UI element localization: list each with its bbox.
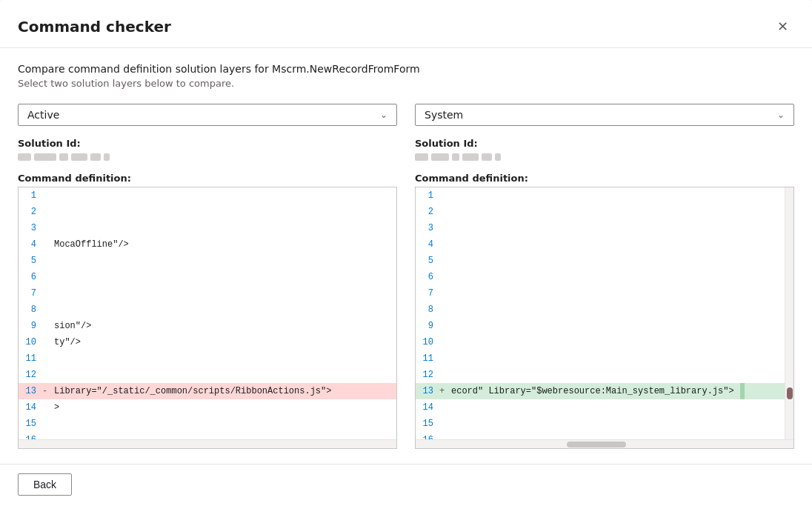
left-dropdown-chevron: ⌄ (380, 110, 387, 120)
description-sub-text: Select two solution layers below to comp… (18, 78, 794, 89)
table-row: 3 (416, 220, 785, 236)
table-row: 13- Library="/_static/_common/scripts/Ri… (19, 383, 396, 399)
table-row: 5 (19, 253, 396, 269)
left-horizontal-scrollbar[interactable] (19, 439, 396, 448)
table-row: 1 (416, 187, 785, 204)
table-row: 10 (416, 334, 785, 350)
dialog-footer: Back (0, 464, 812, 506)
right-code-area: 1 2 3 4 5 6 7 8 9 10 11 12 13+ecord" Lib… (415, 187, 794, 449)
table-row: 12 (416, 367, 785, 383)
right-scrollbar-thumb-h (567, 442, 626, 447)
table-row: 7 (19, 285, 396, 302)
right-dropdown-value: System (425, 109, 463, 121)
table-row: 15 (19, 416, 396, 432)
table-row: 13+ecord" Library="$webresource:Main_sys… (416, 383, 785, 399)
table-row: 2 (416, 204, 785, 220)
scrollbar-thumb (787, 387, 793, 399)
right-solution-id-label: Solution Id: (415, 138, 794, 149)
right-code-inner[interactable]: 1 2 3 4 5 6 7 8 9 10 11 12 13+ecord" Lib… (416, 187, 793, 439)
dialog-header: Command checker ✕ (0, 0, 812, 48)
left-dropdown-value: Active (27, 109, 59, 121)
left-column: Active ⌄ Solution Id: Command definition… (18, 104, 397, 449)
table-row: 15 (416, 416, 785, 432)
table-row: 14 (416, 399, 785, 416)
table-row: 4 (416, 236, 785, 253)
table-row: 2 (19, 204, 396, 220)
close-button[interactable]: ✕ (771, 15, 794, 39)
left-dropdown[interactable]: Active ⌄ (18, 104, 397, 126)
left-solution-id-label: Solution Id: (18, 138, 397, 149)
table-row: 10 ty"/> (19, 334, 396, 350)
dialog-body: Compare command definition solution laye… (0, 48, 812, 464)
dialog-title: Command checker (18, 18, 171, 36)
table-row: 16 (19, 432, 396, 439)
table-row: 6 (416, 269, 785, 285)
left-code-area: 1 2 3 4 MocaOffline"/> 5 6 7 8 9 sion"/>… (18, 187, 397, 449)
left-solution-id-value (18, 153, 397, 161)
right-dropdown-chevron: ⌄ (777, 110, 785, 120)
left-code-inner[interactable]: 1 2 3 4 MocaOffline"/> 5 6 7 8 9 sion"/>… (19, 187, 396, 439)
table-row: 14 > (19, 399, 396, 416)
right-dropdown[interactable]: System ⌄ (415, 104, 794, 126)
right-vertical-scrollbar[interactable] (785, 187, 793, 448)
compare-columns: Active ⌄ Solution Id: Command definition… (18, 104, 794, 449)
table-row: 11 (416, 350, 785, 367)
back-button[interactable]: Back (18, 473, 72, 496)
table-row: 5 (416, 253, 785, 269)
table-row: 1 (19, 187, 396, 204)
table-row: 3 (19, 220, 396, 236)
description-text: Compare command definition solution laye… (18, 63, 794, 75)
right-column: System ⌄ Solution Id: Command definition… (415, 104, 794, 449)
table-row: 7 (416, 285, 785, 302)
table-row: 11 (19, 350, 396, 367)
table-row: 6 (19, 269, 396, 285)
table-row: 9 (416, 318, 785, 334)
table-row: 16 (416, 432, 785, 439)
table-row: 4 MocaOffline"/> (19, 236, 396, 253)
left-cmd-def-label: Command definition: (18, 173, 397, 184)
right-horizontal-scrollbar[interactable] (416, 439, 793, 448)
table-row: 12 (19, 367, 396, 383)
table-row: 8 (19, 302, 396, 318)
right-solution-id-value (415, 153, 794, 161)
table-row: 8 (416, 302, 785, 318)
command-checker-dialog: Command checker ✕ Compare command defini… (0, 0, 812, 506)
right-cmd-def-label: Command definition: (415, 173, 794, 184)
table-row: 9 sion"/> (19, 318, 396, 334)
